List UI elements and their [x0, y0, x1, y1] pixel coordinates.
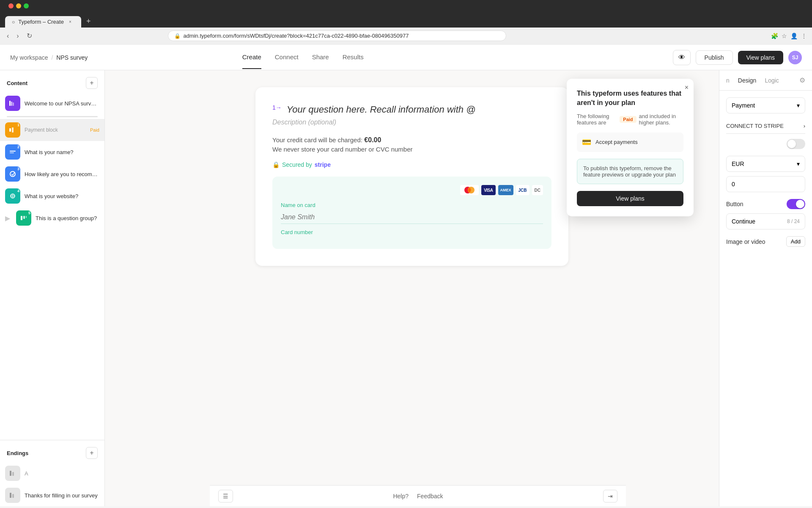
panel-body: Payment ▾ CONNECT TO STRIPE › EUR ▾: [719, 91, 812, 506]
forward-button[interactable]: ›: [15, 30, 20, 41]
traffic-light-red[interactable]: [8, 3, 14, 8]
connect-stripe-arrow-icon: ›: [804, 123, 805, 129]
continue-field[interactable]: Continue 8 / 24: [726, 213, 805, 229]
help-link[interactable]: Help?: [393, 493, 409, 500]
publish-button[interactable]: Publish: [696, 50, 733, 65]
question-header: 1→ Your question here. Recall informatio…: [272, 104, 551, 115]
connect-stripe-label: CONNECT TO STRIPE: [726, 123, 784, 129]
new-tab-button[interactable]: +: [83, 15, 94, 28]
add-content-button[interactable]: +: [86, 77, 98, 89]
currency-dropdown[interactable]: EUR ▾: [726, 156, 805, 172]
nav-item-share[interactable]: Share: [312, 46, 329, 69]
app-nav: Create Connect Share Results: [242, 46, 364, 69]
profile-icon[interactable]: 👤: [790, 33, 798, 39]
svg-rect-14: [12, 472, 14, 476]
back-button[interactable]: ‹: [5, 30, 11, 41]
question-title[interactable]: Your question here. Recall information w…: [287, 104, 476, 115]
payment-toggle[interactable]: [787, 139, 805, 149]
refresh-button[interactable]: ↻: [25, 30, 34, 41]
item-content-welcome: Welcome to our NPSA survey. We wil...ing…: [25, 100, 99, 107]
sidebar-item-5[interactable]: ▶ 5 This is a question group?: [0, 207, 104, 229]
price-input[interactable]: [726, 176, 805, 192]
image-video-label: Image or video: [726, 238, 765, 245]
ending-icon-a: [5, 466, 20, 481]
avatar[interactable]: SJ: [788, 51, 802, 64]
payment-form: VISA AMEX JCB DC Name on card Card numbe…: [272, 177, 551, 249]
bookmark-icon[interactable]: ☆: [782, 33, 787, 39]
panel-tab-content[interactable]: n: [726, 77, 730, 84]
panel-tab-logic[interactable]: Logic: [765, 77, 779, 84]
content-section-title: Content: [7, 80, 27, 86]
item-text-4: What is your website?: [25, 193, 99, 199]
item-text-3: How likely are you to recommend us ...ri…: [25, 171, 99, 177]
popup-title: This typeform uses features that aren't …: [577, 89, 683, 108]
app-header: My workspace / NPS survey Create Connect…: [0, 45, 812, 70]
lock-icon: 🔒: [272, 161, 280, 168]
card-logo-diners: DC: [532, 185, 543, 195]
sidebar-item-4[interactable]: 4 What is your website?: [0, 185, 104, 207]
card-logo-visa: VISA: [481, 185, 495, 195]
ending-item-a[interactable]: A: [0, 462, 104, 484]
menu-icon[interactable]: ⋮: [801, 33, 807, 39]
item-icon-1: 1: [5, 122, 20, 138]
svg-rect-5: [10, 151, 16, 152]
item-icon-2: 2: [5, 144, 20, 160]
nav-item-create[interactable]: Create: [242, 46, 261, 69]
button-toggle-row: Button: [726, 199, 805, 209]
card-number-label: Card number: [281, 229, 543, 235]
extensions-icon[interactable]: 🧩: [771, 33, 778, 39]
browser-tab-active[interactable]: ○ Typeform – Create ×: [5, 16, 81, 28]
add-ending-button[interactable]: +: [86, 447, 98, 459]
ending-content-a: A: [25, 470, 99, 477]
url-bar[interactable]: 🔒 admin.typeform.com/form/sWDtsfDj/creat…: [168, 30, 506, 41]
continue-count: 8 / 24: [787, 218, 800, 224]
item-text-welcome: Welcome to our NPSA survey. We wil...ing…: [25, 100, 99, 107]
upgrade-popup: × This typeform uses features that aren'…: [567, 79, 694, 216]
popup-view-plans-button[interactable]: View plans: [577, 191, 683, 206]
question-description[interactable]: Description (optional): [272, 119, 551, 126]
nav-item-results[interactable]: Results: [343, 46, 364, 69]
svg-rect-2: [13, 102, 14, 106]
add-image-button[interactable]: Add: [786, 236, 805, 247]
charge-line: Your credit card will be charged: €0.00: [272, 136, 551, 144]
address-bar: ‹ › ↻ 🔒 admin.typeform.com/form/sWDtsfDj…: [0, 28, 812, 45]
name-field: Name on card: [281, 202, 543, 224]
traffic-light-green[interactable]: [24, 3, 29, 8]
image-video-row: Image or video Add: [726, 236, 805, 247]
payment-type-dropdown[interactable]: Payment ▾: [726, 97, 805, 113]
breadcrumb-page[interactable]: NPS survey: [56, 54, 88, 61]
popup-close-button[interactable]: ×: [685, 84, 689, 91]
fullscreen-button[interactable]: ⇥: [603, 490, 617, 502]
sidebar-item-2[interactable]: 2 What is your name?: [0, 141, 104, 163]
item-icon-welcome: [5, 96, 20, 111]
feedback-link[interactable]: Feedback: [417, 493, 443, 500]
name-field-label: Name on card: [281, 202, 543, 208]
breadcrumb-workspace[interactable]: My workspace: [10, 54, 48, 61]
panel-gear-icon[interactable]: ⚙: [799, 76, 805, 84]
item-text-2: What is your name?: [25, 149, 99, 155]
connect-stripe-row[interactable]: CONNECT TO STRIPE ›: [726, 119, 805, 134]
question-card: 1→ Your question here. Recall informatio…: [255, 87, 568, 266]
ending-icon-b: [5, 488, 20, 503]
sidebar-divider: [7, 116, 98, 117]
sidebar-endings: Endings + A Thanks for filling in our su…: [0, 440, 104, 506]
no-store-text: We never store your card number or CVC n…: [272, 146, 551, 153]
card-logos: VISA AMEX JCB DC: [281, 185, 543, 195]
ending-item-b[interactable]: Thanks for filling in our survey: [0, 484, 104, 506]
traffic-light-yellow[interactable]: [16, 3, 21, 8]
button-toggle[interactable]: [787, 199, 805, 209]
svg-rect-16: [12, 494, 14, 498]
sidebar-item-1[interactable]: 1 Payment block Paid: [0, 119, 104, 141]
nav-item-connect[interactable]: Connect: [275, 46, 299, 69]
panel-tab-design[interactable]: Design: [738, 77, 757, 84]
view-plans-button[interactable]: View plans: [738, 51, 783, 64]
tab-close-button[interactable]: ×: [67, 19, 73, 25]
svg-rect-0: [9, 101, 11, 106]
block-list-button[interactable]: ☰: [218, 490, 233, 502]
name-input[interactable]: [281, 211, 543, 224]
sidebar-item-welcome[interactable]: Welcome to our NPSA survey. We wil...ing…: [0, 92, 104, 114]
stripe-logo: stripe: [315, 161, 331, 168]
panel-tabs: n Design Logic: [726, 77, 779, 84]
sidebar-item-3[interactable]: 3 How likely are you to recommend us ...…: [0, 163, 104, 185]
preview-button[interactable]: 👁: [673, 50, 691, 65]
